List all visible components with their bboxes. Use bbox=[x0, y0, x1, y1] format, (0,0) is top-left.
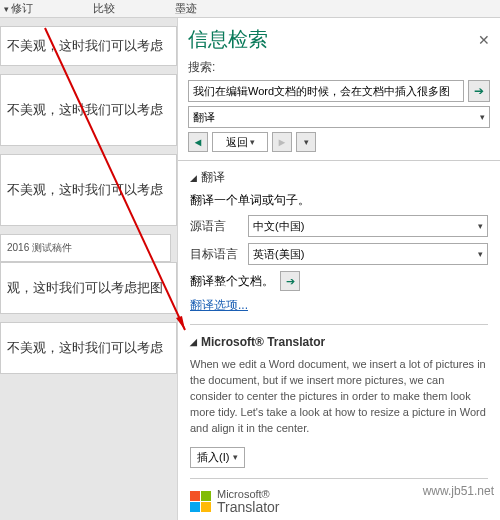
collapse-icon: ◢ bbox=[190, 173, 197, 183]
collapse-icon: ◢ bbox=[190, 337, 197, 347]
source-lang-select[interactable]: 中文(中国)▾ bbox=[248, 215, 488, 237]
arrow-right-icon: ➔ bbox=[474, 84, 484, 98]
search-input[interactable] bbox=[188, 80, 464, 102]
divider bbox=[190, 324, 488, 325]
back-select[interactable]: 返回▾ bbox=[212, 132, 268, 152]
pane-body: ◢翻译 翻译一个单词或句子。 源语言 中文(中国)▾ 目标语言 英语(美国)▾ … bbox=[178, 160, 500, 520]
forward-dropdown[interactable]: ▾ bbox=[296, 132, 316, 152]
source-lang-label: 源语言 bbox=[190, 218, 242, 235]
ribbon-compare[interactable]: 比较 bbox=[93, 1, 115, 16]
section-translate[interactable]: ◢翻译 bbox=[190, 169, 488, 186]
forward-button[interactable]: ► bbox=[272, 132, 292, 152]
doc-footer-label: 2016 测试稿件 bbox=[0, 234, 171, 262]
search-label: 搜索: bbox=[188, 59, 490, 76]
doc-text-line: 不美观，这时我们可以考虑 bbox=[0, 26, 177, 66]
translation-options-link[interactable]: 翻译选项... bbox=[190, 298, 248, 312]
ribbon: ▾修订 比较 墨迹 bbox=[0, 0, 500, 18]
doc-text-line: 不美观，这时我们可以考虑 bbox=[0, 154, 177, 226]
doc-text-line: 不美观，这时我们可以考虑 bbox=[0, 322, 177, 374]
translation-result: When we edit a Word document, we insert … bbox=[190, 357, 488, 437]
target-lang-select[interactable]: 英语(美国)▾ bbox=[248, 243, 488, 265]
search-go-button[interactable]: ➔ bbox=[468, 80, 490, 102]
translate-whole-doc-label: 翻译整个文档。 bbox=[190, 273, 274, 290]
watermark: www.jb51.net bbox=[423, 484, 494, 498]
chevron-down-icon: ▾ bbox=[480, 112, 485, 122]
close-icon[interactable]: ✕ bbox=[478, 32, 490, 48]
insert-button[interactable]: 插入(I)▾ bbox=[190, 447, 245, 468]
translator-section-header[interactable]: ◢Microsoft® Translator bbox=[190, 335, 488, 349]
target-lang-label: 目标语言 bbox=[190, 246, 242, 263]
pane-title: 信息检索 bbox=[188, 26, 268, 53]
document-area: 不美观，这时我们可以考虑 不美观，这时我们可以考虑 不美观，这时我们可以考虑 2… bbox=[0, 18, 178, 520]
ribbon-ink[interactable]: 墨迹 bbox=[175, 1, 197, 16]
translate-tip: 翻译一个单词或句子。 bbox=[190, 192, 488, 209]
chevron-down-icon: ▾ bbox=[233, 452, 238, 462]
doc-text-line: 观，这时我们可以考虑把图 bbox=[0, 262, 177, 314]
back-button[interactable]: ◄ bbox=[188, 132, 208, 152]
microsoft-logo-icon bbox=[190, 491, 211, 512]
translate-whole-doc-button[interactable]: ➔ bbox=[280, 271, 300, 291]
arrow-right-icon: ➔ bbox=[286, 275, 295, 288]
source-select[interactable]: 翻译▾ bbox=[188, 106, 490, 128]
research-pane: 信息检索 ✕ 搜索: ➔ 翻译▾ ◄ 返回▾ ► ▾ ◢翻译 翻译一个单词或句子… bbox=[178, 18, 500, 520]
arrow-left-icon: ◄ bbox=[193, 136, 204, 148]
doc-text-line: 不美观，这时我们可以考虑 bbox=[0, 74, 177, 146]
arrow-right-icon: ► bbox=[277, 136, 288, 148]
ribbon-revise[interactable]: ▾修订 bbox=[4, 1, 33, 16]
divider bbox=[190, 478, 488, 479]
